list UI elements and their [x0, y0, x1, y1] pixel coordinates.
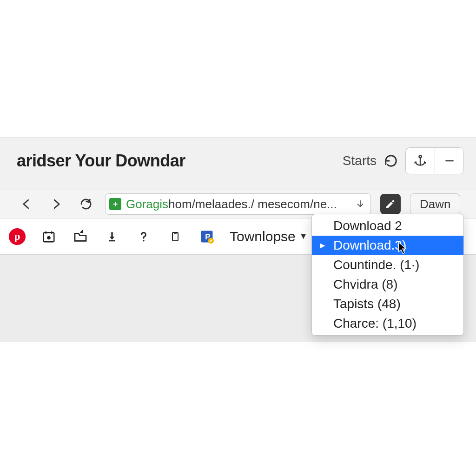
- back-button[interactable]: [13, 193, 40, 215]
- canvas: aridser Your Downdar Starts: [0, 0, 476, 476]
- site-badge-icon: +: [109, 198, 121, 210]
- address-rest: hom/melaades./ mesecom/ne...: [168, 197, 337, 211]
- svg-point-9: [48, 237, 50, 239]
- help-icon[interactable]: [135, 228, 152, 245]
- edit-button[interactable]: [380, 194, 401, 214]
- menu-item[interactable]: Download 2: [312, 216, 463, 236]
- pinterest-icon[interactable]: p: [8, 228, 26, 245]
- svg-rect-11: [109, 240, 115, 241]
- download-menu: Download 2 ► Download.3) Countinde. (1·)…: [311, 214, 464, 336]
- app-icon[interactable]: P: [198, 228, 216, 245]
- menu-item-label: Download.3): [333, 238, 406, 253]
- svg-point-3: [392, 200, 395, 203]
- bookmark-item-label: Townlopse: [230, 229, 296, 245]
- minimize-button[interactable]: [435, 148, 463, 174]
- calendar-icon[interactable]: [40, 228, 58, 245]
- title-row: aridser Your Downdar Starts: [0, 138, 476, 184]
- menu-item[interactable]: Tapists (48): [312, 294, 463, 314]
- dawn-label: Dawn: [420, 197, 450, 212]
- download-icon[interactable]: [103, 228, 121, 245]
- dawn-button[interactable]: Dawn: [410, 193, 460, 215]
- svg-point-12: [143, 239, 144, 241]
- anchor-button[interactable]: [406, 148, 435, 174]
- menu-selected-marker-icon: ►: [318, 241, 327, 251]
- address-text: Goragishom/melaades./ mesecom/ne...: [126, 197, 349, 212]
- window-title: aridser Your Downdar: [17, 151, 185, 171]
- address-host: Goragis: [126, 197, 168, 211]
- menu-item-label: Charce: (1,10): [333, 316, 416, 331]
- bookmark-item-townlopse[interactable]: Townlopse ▼: [230, 229, 308, 245]
- menu-item[interactable]: Countinde. (1·): [312, 255, 463, 275]
- forward-button[interactable]: [43, 193, 70, 215]
- menu-item-label: Tapists (48): [333, 297, 401, 311]
- menu-item-label: Chvidra (8): [333, 277, 397, 292]
- menu-item-label: Download 2: [333, 218, 402, 233]
- address-dropdown-icon[interactable]: [354, 198, 367, 211]
- title-right-controls: Starts: [343, 138, 464, 184]
- menu-item[interactable]: Charce: (1,10): [312, 314, 463, 333]
- menu-item[interactable]: Chvidra (8): [312, 275, 463, 294]
- refresh-icon[interactable]: [383, 153, 399, 169]
- device-icon[interactable]: [166, 228, 184, 245]
- starts-label: Starts: [343, 153, 377, 168]
- folder-icon[interactable]: [72, 228, 89, 245]
- window-button-group: [405, 147, 464, 174]
- svg-text:p: p: [14, 230, 20, 242]
- nav-right-edge: [467, 190, 471, 218]
- chevron-down-icon: ▼: [299, 231, 308, 241]
- site-badge-glyph: +: [113, 199, 118, 209]
- nav-left-edge: [4, 190, 10, 218]
- reload-button[interactable]: [73, 193, 99, 215]
- menu-item-label: Countinde. (1·): [333, 258, 419, 272]
- svg-marker-10: [110, 237, 115, 240]
- address-bar[interactable]: + Goragishom/melaades./ mesecom/ne...: [105, 193, 371, 215]
- menu-item[interactable]: ► Download.3): [312, 236, 463, 255]
